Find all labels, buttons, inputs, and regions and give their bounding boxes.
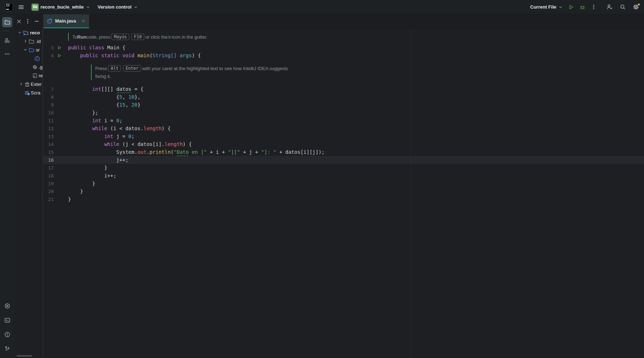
keycap-alt: Alt xyxy=(108,65,121,72)
java-class-icon: C xyxy=(47,18,53,24)
keycap-mayús: Mayús xyxy=(111,34,129,40)
run-icon xyxy=(168,34,172,40)
chevron-down-icon xyxy=(133,5,138,10)
tree-item-id[interactable]: .id xyxy=(14,37,43,46)
code-line-9[interactable]: 9 {15, 20} xyxy=(43,101,644,109)
services-icon[interactable] xyxy=(2,301,12,311)
spacer xyxy=(43,80,43,85)
problems-icon[interactable] xyxy=(2,329,12,339)
fix-hint-line1: Press AltEnter with your caret at the hi… xyxy=(91,64,644,72)
hint-text: with your caret at the highlighted text … xyxy=(142,66,288,71)
code-line-16[interactable]: 16 j++; xyxy=(43,156,644,164)
code-line-19[interactable]: 19 } xyxy=(43,180,644,187)
code-line-18[interactable]: 18 i++; xyxy=(43,172,644,180)
code-text: }; xyxy=(68,109,98,117)
code-text: } xyxy=(68,187,83,195)
settings-gear-icon[interactable] xyxy=(633,4,639,10)
version-control-menu[interactable]: Version control xyxy=(96,3,141,11)
run-button-icon[interactable] xyxy=(568,4,574,10)
tree-item-label: sr xyxy=(36,47,40,53)
editor-tab-bar: C Main.java xyxy=(14,14,644,29)
more-icon[interactable] xyxy=(2,49,12,59)
tree-item-re[interactable]: re xyxy=(14,72,43,80)
tree-horizontal-scrollbar[interactable] xyxy=(16,355,32,357)
code-text: i++; xyxy=(68,172,116,180)
terminal-icon[interactable] xyxy=(2,315,12,325)
project-selector[interactable]: RW recore_bucle_while xyxy=(29,2,93,12)
code-text: while (i < datos.length) { xyxy=(68,124,171,132)
structure-icon[interactable] xyxy=(2,35,12,45)
settings-notification-badge xyxy=(638,3,640,6)
tab-title: Main.java xyxy=(55,18,76,24)
tree-item-g[interactable]: .g xyxy=(14,63,43,72)
debug-button-icon[interactable] xyxy=(580,4,585,10)
code-line-11[interactable]: 11 int i = 0; xyxy=(43,117,644,124)
code-text: } xyxy=(68,195,71,203)
line-number: 20 xyxy=(43,189,54,194)
tree-item-label: reco xyxy=(30,30,40,35)
hint-text: icon in the gutter. xyxy=(172,34,207,40)
code-text: while (j < datos[i].length) { xyxy=(68,140,192,148)
tree-item-Scra[interactable]: Scra xyxy=(14,89,43,97)
main-menu-icon[interactable] xyxy=(18,4,24,10)
collapse-icon[interactable] xyxy=(16,19,21,24)
version-control-icon[interactable] xyxy=(2,344,12,354)
code-line-13[interactable]: 13 int j = 0; xyxy=(43,132,644,140)
close-tab-icon[interactable] xyxy=(81,19,86,23)
run-line-icon[interactable] xyxy=(54,45,68,50)
more-actions-icon[interactable] xyxy=(591,4,596,10)
main-toolbar: IJ RW recore_bucle_while Version control… xyxy=(0,0,644,14)
code-line-7[interactable]: 7 int[][] datos = { xyxy=(43,85,644,93)
code-line-14[interactable]: 14 while (j < datos[i].length) { xyxy=(43,140,644,148)
tree-item-reco[interactable]: reco xyxy=(14,29,43,37)
line-number: 10 xyxy=(43,110,54,116)
code-text: public static void main(String[] args) { xyxy=(68,52,201,59)
line-number: 18 xyxy=(43,173,54,178)
intellij-logo-icon[interactable]: IJ xyxy=(5,3,13,11)
chevron-right-icon[interactable] xyxy=(19,82,24,87)
run-line-icon[interactable] xyxy=(54,53,68,58)
code-line-3[interactable]: 3public class Main { xyxy=(43,44,644,52)
run-configuration-selector[interactable]: Current File xyxy=(528,3,565,11)
line-number: 15 xyxy=(43,149,54,155)
code-line-20[interactable]: 20 } xyxy=(43,187,644,195)
code-text: } xyxy=(68,180,95,187)
code-line-17[interactable]: 17 } xyxy=(43,164,644,172)
keycap-enter: Enter xyxy=(123,65,141,72)
code-text: j++; xyxy=(68,156,129,164)
folder-src-icon xyxy=(29,47,34,53)
hint-text: code, press xyxy=(86,34,110,40)
search-everywhere-icon[interactable] xyxy=(620,4,626,10)
project-tree-panel: reco.idsrC.greExterScra xyxy=(14,29,43,358)
folder-icon xyxy=(29,39,34,44)
spacer xyxy=(43,59,43,64)
class-c-icon: C xyxy=(34,56,40,62)
project-avatar: RW xyxy=(32,4,39,11)
chevron-down-icon[interactable] xyxy=(23,47,28,52)
code-line-10[interactable]: 10 }; xyxy=(43,109,644,117)
code-line-15[interactable]: 15 System.out.println("Dato en [" + i + … xyxy=(43,148,644,156)
tree-item-sr[interactable]: sr xyxy=(14,46,43,54)
code-line-21[interactable]: 21} xyxy=(43,195,644,203)
code-editor[interactable]: To Run code, press MayúsF10 or click the… xyxy=(43,29,644,358)
keycap-f10: F10 xyxy=(131,34,144,40)
line-number: 4 xyxy=(43,53,54,58)
code-line-4[interactable]: 4 public static void main(String[] args)… xyxy=(43,52,644,59)
code-line-8[interactable]: 8 {5, 10}, xyxy=(43,93,644,101)
hide-icon[interactable] xyxy=(34,19,39,24)
project-folder-icon[interactable] xyxy=(2,17,12,27)
svg-text:C: C xyxy=(49,20,50,23)
chevron-right-icon[interactable] xyxy=(23,39,28,44)
tab-main-java[interactable]: C Main.java xyxy=(43,14,89,28)
line-number: 12 xyxy=(43,126,54,131)
line-number: 3 xyxy=(43,45,54,50)
tree-item-Exter[interactable]: Exter xyxy=(14,80,43,89)
code-text: public class Main { xyxy=(68,44,125,52)
options-icon[interactable] xyxy=(25,19,30,24)
hint-text: Press xyxy=(95,66,107,71)
code-line-12[interactable]: 12 while (i < datos.length) { xyxy=(43,124,644,132)
tree-item-class[interactable]: C xyxy=(14,54,43,63)
hint-text-bold: Run xyxy=(77,34,86,40)
add-user-icon[interactable] xyxy=(606,4,612,10)
chevron-down-icon[interactable] xyxy=(17,30,22,35)
